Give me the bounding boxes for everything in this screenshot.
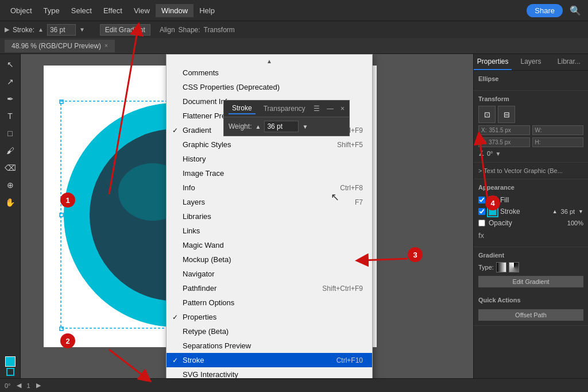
select-tool[interactable]: ↖ bbox=[2, 56, 18, 72]
menu-mockup[interactable]: Mockup (Beta) bbox=[167, 252, 372, 267]
x-field[interactable]: X: 351.5 px bbox=[478, 125, 530, 135]
stroke-up-icon[interactable]: ▲ bbox=[38, 26, 44, 33]
brush-tool[interactable]: 🖌 bbox=[2, 143, 18, 159]
menu-window[interactable]: Window bbox=[156, 4, 194, 17]
menu-type[interactable]: Type bbox=[38, 4, 65, 17]
hand-tool[interactable]: ✋ bbox=[2, 194, 18, 210]
stroke-panel-close-icon[interactable]: × bbox=[341, 105, 345, 113]
gradient-label: Gradient bbox=[478, 252, 583, 259]
menu-svg-interactivity[interactable]: SVG Interactivity bbox=[167, 367, 372, 378]
menu-links[interactable]: Links bbox=[167, 224, 372, 238]
zoom-tool[interactable]: ⊕ bbox=[2, 177, 18, 193]
angle-dropdown-icon[interactable]: ▼ bbox=[496, 151, 501, 157]
stroke-checkbox[interactable] bbox=[478, 208, 485, 215]
menu-magic-wand[interactable]: Magic Wand bbox=[167, 238, 372, 252]
fill-checkbox[interactable] bbox=[478, 197, 485, 203]
gradient-swatch-2[interactable] bbox=[509, 262, 519, 272]
offset-path-button[interactable]: Offset Path bbox=[478, 309, 583, 321]
transform-icon-2[interactable]: ⊟ bbox=[498, 106, 515, 123]
menu-properties[interactable]: Properties bbox=[167, 310, 372, 324]
menu-graphic-styles[interactable]: Graphic StylesShift+F5 bbox=[167, 137, 372, 152]
stroke-down-icon-r[interactable]: ▼ bbox=[578, 209, 583, 214]
transform-section: Transform ⊡ ⊟ X: 351.5 px W: Y: 373.5 px bbox=[474, 91, 588, 163]
search-icon[interactable]: 🔍 bbox=[567, 3, 583, 18]
right-panel: Properties Layers Librar... Ellipse Tran… bbox=[473, 54, 588, 378]
menu-image-trace[interactable]: Image Trace bbox=[167, 166, 372, 180]
weight-dropdown-icon[interactable]: ▼ bbox=[302, 124, 308, 130]
gradient-swatch-1[interactable] bbox=[496, 262, 506, 272]
angle-row: ∠ 0° ▼ bbox=[478, 149, 583, 157]
menu-stroke[interactable]: StrokeCtrl+F10 bbox=[167, 353, 372, 367]
scroll-up-icon[interactable]: ▲ bbox=[167, 57, 372, 66]
stroke-up-icon-r[interactable]: ▲ bbox=[552, 209, 558, 214]
eraser-tool[interactable]: ⌫ bbox=[2, 160, 18, 176]
tab-layers[interactable]: Layers bbox=[512, 54, 550, 70]
menu-retype[interactable]: Retype (Beta) bbox=[167, 324, 372, 339]
text-to-vector-item[interactable]: > Text to Vector Graphic (Be... bbox=[478, 167, 583, 174]
stroke-panel-minimize-icon[interactable]: — bbox=[327, 105, 334, 113]
share-button[interactable]: Share bbox=[527, 4, 563, 17]
menu-pattern-options[interactable]: Pattern Options bbox=[167, 295, 372, 310]
shape-label: Shape: bbox=[179, 26, 200, 34]
gradient-type-row: Type: bbox=[478, 262, 583, 272]
stroke-down-icon[interactable]: ▼ bbox=[79, 26, 85, 33]
menu-help[interactable]: Help bbox=[194, 4, 220, 17]
tab-libraries[interactable]: Librar... bbox=[550, 54, 588, 70]
angle-icon: ∠ bbox=[478, 149, 485, 157]
menu-libraries[interactable]: Libraries bbox=[167, 209, 372, 224]
menu-navigator[interactable]: Navigator bbox=[167, 267, 372, 281]
edit-gradient-button[interactable]: Edit Gradient bbox=[478, 276, 583, 287]
weight-label: Weight: bbox=[229, 122, 252, 130]
transform-icons: ⊡ ⊟ bbox=[478, 106, 583, 123]
menu-pathfinder[interactable]: PathfinderShift+Ctrl+F9 bbox=[167, 281, 372, 295]
menu-info[interactable]: InfoCtrl+F8 bbox=[167, 180, 372, 195]
text-to-vector-section: > Text to Vector Graphic (Be... bbox=[474, 163, 588, 179]
nav-next-icon[interactable]: ▶ bbox=[36, 382, 41, 389]
svg-rect-9 bbox=[60, 327, 63, 330]
menu-view[interactable]: View bbox=[128, 4, 156, 17]
shape-tool[interactable]: □ bbox=[2, 125, 18, 141]
menu-object[interactable]: Object bbox=[5, 4, 38, 17]
weight-up-icon[interactable]: ▲ bbox=[255, 124, 261, 130]
menu-bar-right: Share 🔍 bbox=[527, 3, 583, 18]
svg-rect-4 bbox=[60, 100, 63, 103]
w-field[interactable]: W: bbox=[532, 125, 584, 135]
ellipse-section: Ellipse bbox=[474, 71, 588, 91]
transparency-tab[interactable]: Transparency bbox=[260, 103, 309, 114]
menu-history[interactable]: History bbox=[167, 152, 372, 166]
direct-select-tool[interactable]: ↗ bbox=[2, 74, 18, 90]
nav-prev-icon[interactable]: ◀ bbox=[17, 382, 21, 389]
transform-label: Transform bbox=[204, 26, 235, 34]
quick-actions-section: Quick Actions Offset Path bbox=[474, 292, 588, 326]
stroke-panel-menu-icon[interactable]: ☰ bbox=[314, 105, 320, 113]
opacity-label: Opacity bbox=[489, 219, 512, 227]
edit-gradient-btn[interactable]: Edit Gradient bbox=[100, 24, 150, 36]
transform-icon-1[interactable]: ⊡ bbox=[478, 106, 496, 123]
document-tab[interactable]: 48.96 % (RGB/CPU Preview) × bbox=[5, 40, 115, 52]
pen-tool[interactable]: ✒ bbox=[2, 91, 18, 107]
h-field[interactable]: H: bbox=[532, 137, 584, 147]
menu-separations-preview[interactable]: Separations Preview bbox=[167, 339, 372, 353]
menu-css-properties[interactable]: CSS Properties (Deprecated) bbox=[167, 80, 372, 94]
stroke-label: Stroke: bbox=[13, 26, 34, 34]
weight-input[interactable] bbox=[264, 121, 299, 132]
text-tool[interactable]: T bbox=[2, 108, 18, 124]
right-panel-tabs: Properties Layers Librar... bbox=[474, 54, 588, 71]
gradient-type-label: Type: bbox=[478, 264, 494, 271]
menu-comments[interactable]: Comments bbox=[167, 66, 372, 80]
opacity-checkbox[interactable] bbox=[478, 220, 485, 226]
stroke-panel-header: Stroke Transparency ☰ — × bbox=[224, 101, 349, 117]
fill-stroke-indicator bbox=[5, 355, 16, 376]
menu-layers[interactable]: LayersF7 bbox=[167, 195, 372, 209]
fx-label[interactable]: fx bbox=[478, 231, 484, 240]
tab-close-icon[interactable]: × bbox=[105, 43, 108, 49]
y-field[interactable]: Y: 373.5 px bbox=[478, 137, 530, 147]
tab-properties[interactable]: Properties bbox=[474, 54, 512, 70]
svg-rect-7 bbox=[60, 213, 63, 217]
menu-effect[interactable]: Effect bbox=[98, 4, 128, 17]
ellipse-label: Ellipse bbox=[478, 75, 583, 82]
transform-label: Transform bbox=[478, 95, 583, 102]
stroke-input[interactable] bbox=[47, 24, 76, 36]
stroke-tab[interactable]: Stroke bbox=[229, 103, 256, 114]
menu-select[interactable]: Select bbox=[65, 4, 98, 17]
